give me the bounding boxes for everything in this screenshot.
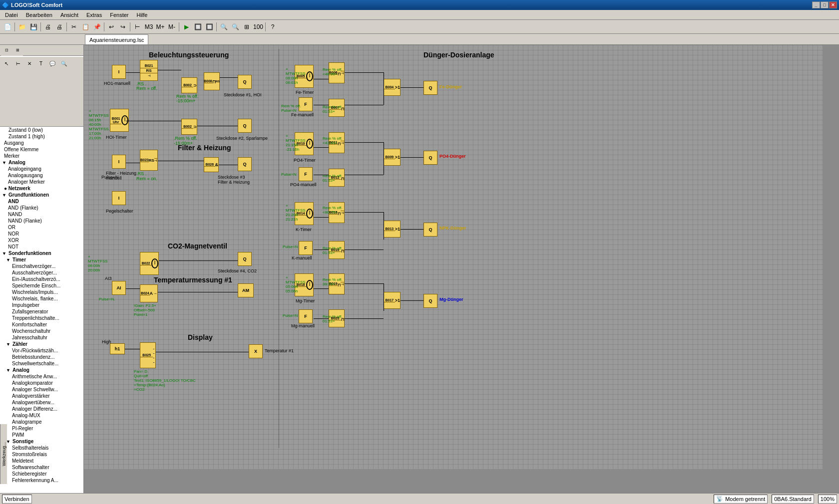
tree-item-zufallsgenerator[interactable]: Zufallsgenerator bbox=[0, 308, 83, 315]
tree-item-pi-regler[interactable]: PI-Regler bbox=[0, 425, 83, 432]
tree-item-not[interactable]: NOT bbox=[0, 244, 83, 250]
new-button[interactable]: 📄 bbox=[2, 21, 13, 32]
tab-aquariensteuerung[interactable]: Aquariensteuerung.lsc bbox=[85, 34, 148, 44]
canvas[interactable]: Beleuchtungssteuerung Dünger-Dosieranlag… bbox=[84, 45, 823, 469]
help-button[interactable]: ? bbox=[267, 21, 278, 32]
tree-item-analoger-schwellw[interactable]: Analoger Schwellw... bbox=[0, 386, 83, 393]
tree-item-vor-rueck[interactable]: Vor-/Rückwärtszäh... bbox=[0, 347, 83, 354]
tree-item-zustand0[interactable]: Zustand 0 (low) bbox=[0, 127, 83, 133]
block-Q8[interactable]: Q bbox=[423, 223, 437, 237]
tree-item-nand[interactable]: NAND bbox=[0, 211, 83, 218]
sim2-button[interactable]: 🔲 bbox=[204, 21, 215, 32]
tree-item-ausgang[interactable]: Ausgang bbox=[0, 140, 83, 146]
block-X1[interactable]: X bbox=[249, 344, 263, 358]
tree-item-analogverstarker[interactable]: Analogverstärker bbox=[0, 393, 83, 399]
tree-item-and[interactable]: AND bbox=[0, 198, 83, 205]
tree-item-wischrelais-impuls[interactable]: Wischrelais/Impuls... bbox=[0, 289, 83, 295]
block-AI[interactable]: AI bbox=[112, 281, 126, 295]
tree-item-treppenlichtschalter[interactable]: Treppenlichtschalte... bbox=[0, 315, 83, 321]
block-B009[interactable]: B009 >1 bbox=[384, 149, 401, 166]
open-button[interactable]: 📁 bbox=[16, 21, 27, 32]
tree-item-meldetext[interactable]: Meldetext bbox=[0, 458, 83, 464]
tree-item-schwellwertschalter[interactable]: Schwellwertschalte... bbox=[0, 360, 83, 367]
block-B001[interactable]: B001 Uhr bbox=[110, 109, 129, 132]
tree-item-stromstossrelais[interactable]: Stromstoßrelais bbox=[0, 451, 83, 458]
block-Q3[interactable]: Q bbox=[238, 157, 252, 171]
block-Q2[interactable]: Q bbox=[238, 119, 252, 133]
tree-item-speichernde[interactable]: Speichernde Einsch... bbox=[0, 282, 83, 289]
block-AM1[interactable]: AM bbox=[238, 283, 254, 297]
block-F4[interactable]: F bbox=[299, 309, 313, 323]
tree-item-schieberegister[interactable]: Schieberegister bbox=[0, 471, 83, 477]
block-B008[interactable]: B008 ⊓ RS bbox=[204, 72, 220, 90]
tree-item-pwm[interactable]: PWM bbox=[0, 432, 83, 438]
block-I1[interactable]: I bbox=[112, 65, 126, 79]
zoomout-button[interactable]: 🔍 bbox=[230, 21, 241, 32]
tree-item-impulsgeber[interactable]: Impulsgeber bbox=[0, 302, 83, 308]
tree-item-analoger-diff[interactable]: Analoger Differenz... bbox=[0, 406, 83, 412]
menu-hilfe[interactable]: Hilfe bbox=[132, 10, 151, 20]
tree-item-ausschaltverzogerer[interactable]: Ausschaltverzöger... bbox=[0, 269, 83, 276]
tree-item-and-flanke[interactable]: AND (Flanke) bbox=[0, 205, 83, 211]
tree-item-betriebsstunden[interactable]: Betriebsstundenz... bbox=[0, 354, 83, 360]
tree-item-einschaltverzogerer[interactable]: Einschaltverzöger... bbox=[0, 263, 83, 269]
tree-group-analog[interactable]: ▼ Analog bbox=[0, 159, 83, 166]
block-B021[interactable]: B021 RS ⊣ bbox=[140, 60, 158, 81]
menu-extras[interactable]: Extras bbox=[82, 10, 106, 20]
block-Q4[interactable]: Q bbox=[238, 252, 252, 266]
block-B013[interactable]: B013 >1 bbox=[384, 221, 401, 238]
tree-group-timer[interactable]: ▼ Timer bbox=[0, 256, 83, 263]
minimize-button[interactable]: _ bbox=[812, 1, 820, 8]
sidebar-tb-btn1[interactable]: ⊡ bbox=[1, 45, 12, 56]
menu-fenster[interactable]: Fenster bbox=[106, 10, 132, 20]
block-B023[interactable]: B023 RS ⊣ bbox=[140, 150, 158, 171]
block-F2[interactable]: F bbox=[299, 167, 313, 181]
block-B024[interactable]: B024 A→ bbox=[140, 284, 158, 302]
comment-tool[interactable]: 💬 bbox=[47, 58, 58, 69]
zoom100-button[interactable]: 100 bbox=[253, 21, 264, 32]
tree-item-analogwertuberw[interactable]: Analogwertüberw... bbox=[0, 399, 83, 406]
block-I2[interactable]: I bbox=[112, 155, 126, 169]
wire-tool[interactable]: ⊢ bbox=[12, 58, 23, 69]
print-button[interactable]: 🖨 bbox=[42, 21, 53, 32]
tree-item-nor[interactable]: NOR bbox=[0, 231, 83, 237]
zoomfit-button[interactable]: ⊞ bbox=[241, 21, 252, 32]
tree-item-wochenschaltuhr[interactable]: Wochenschaltuhr bbox=[0, 328, 83, 334]
tree-item-analogermerker[interactable]: Analoger Merker bbox=[0, 179, 83, 185]
save-button[interactable]: 💾 bbox=[28, 21, 39, 32]
tree-item-softwareschalter[interactable]: Softwareschalter bbox=[0, 464, 83, 471]
block-B025[interactable]: B025 ---- bbox=[140, 342, 156, 368]
block-Q9[interactable]: Q bbox=[423, 294, 437, 308]
tree-group-grundfunktionen[interactable]: ▼ Grundfunktionen bbox=[0, 192, 83, 198]
tree-item-fehlererkennung[interactable]: Fehlererkennung A... bbox=[0, 477, 83, 484]
menu-bearbeiten[interactable]: Bearbeiten bbox=[22, 10, 56, 20]
block-Q7[interactable]: Q bbox=[423, 151, 437, 165]
sidebar-tb-btn2[interactable]: ⊞ bbox=[12, 45, 23, 56]
block-B002[interactable]: B002 ⊃ bbox=[181, 77, 197, 93]
tree-item-einausschaltverzogerer[interactable]: Ein-/Ausschaltverzö... bbox=[0, 276, 83, 282]
select-tool[interactable]: ↖ bbox=[1, 58, 12, 69]
sim1-button[interactable]: 🔲 bbox=[192, 21, 203, 32]
mplus-button[interactable]: M+ bbox=[155, 21, 166, 32]
tree-item-analogkomparator[interactable]: Analogkomparator bbox=[0, 380, 83, 386]
tree-item-komfortschalter[interactable]: Komfortschalter bbox=[0, 321, 83, 328]
print2-button[interactable]: 🖨 bbox=[54, 21, 65, 32]
redo-button[interactable]: ↪ bbox=[117, 21, 128, 32]
mminus-button[interactable]: M- bbox=[166, 21, 177, 32]
tree-group-sonstige[interactable]: ▼ Sonstige bbox=[0, 438, 83, 445]
block-h1[interactable]: h1 bbox=[110, 343, 125, 354]
zoomin-button[interactable]: 🔍 bbox=[218, 21, 229, 32]
tree-item-merker[interactable]: Merker bbox=[0, 153, 83, 159]
tree-item-nand-flanke[interactable]: NAND (Flanke) bbox=[0, 218, 83, 224]
menu-ansicht[interactable]: Ansicht bbox=[56, 10, 82, 20]
tree-item-netzwerk[interactable]: ● Netzwerk bbox=[0, 185, 83, 192]
block-F3[interactable]: F bbox=[299, 241, 313, 255]
tree-item-analogausgang[interactable]: Analogausgang bbox=[0, 172, 83, 179]
block-Q1[interactable]: Q bbox=[238, 75, 252, 89]
m3-button[interactable]: M3 bbox=[143, 21, 154, 32]
cut-button[interactable]: ✂ bbox=[68, 21, 79, 32]
tree-group-sonderfunktionen[interactable]: ▼ Sonderfunktionen bbox=[0, 250, 83, 256]
block-Q6[interactable]: Q bbox=[423, 81, 437, 95]
close-button[interactable]: ✕ bbox=[829, 1, 837, 8]
tree-item-arithmetische[interactable]: Arithmetische Anw... bbox=[0, 373, 83, 380]
